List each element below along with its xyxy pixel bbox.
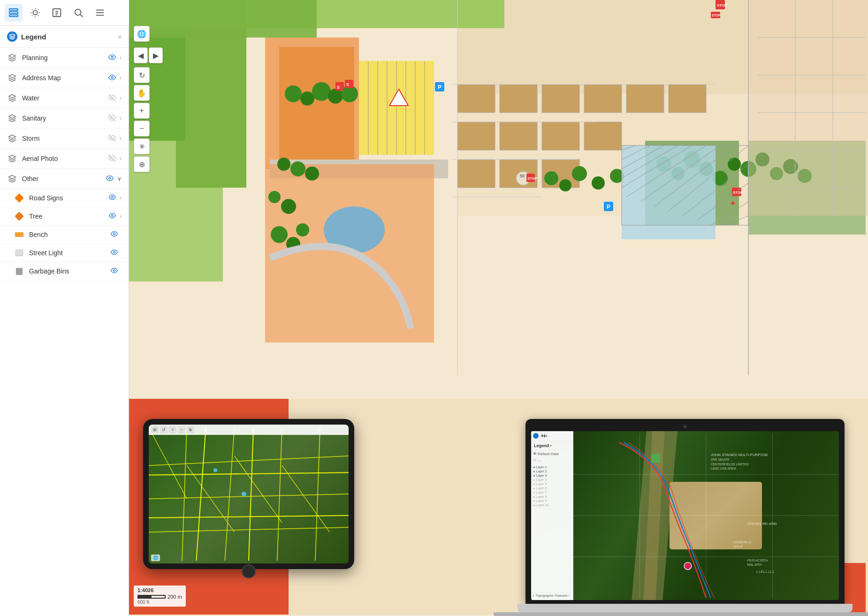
eye-icon-sanitary[interactable] [108,114,116,123]
layer-stack-icon-other [7,174,17,184]
arrow-icon-aerial[interactable]: › [120,155,122,162]
laptop-screen-container: JOHN STAINED MULTI-PURPOSE SRE MAJOR CEN… [525,419,845,604]
svg-text:STOP: STOP [717,3,727,8]
legend-icon [7,31,17,42]
svg-text:CENTERFIELDS LIMITED: CENTERFIELDS LIMITED [711,463,749,466]
svg-rect-67 [457,84,495,113]
arrow-icon-road-signs[interactable]: › [120,195,122,201]
layers-button[interactable] [5,4,23,22]
layer-stack-icon-2 [7,73,17,83]
layer-item-other[interactable]: Other ∨ [0,169,129,189]
layer-name-other: Other [22,175,106,183]
svg-point-22 [111,76,113,78]
tablet-home-button[interactable] [242,564,256,578]
eye-icon-bench[interactable] [111,230,118,239]
map-container: P S S STOP STOP 50 STOP P STOP [129,0,868,616]
laptop-aerial: JOHN STAINED MULTI-PURPOSE SRE MAJOR CEN… [531,431,839,600]
arrow-icon-planning[interactable]: › [120,54,122,61]
sublayer-item-tree[interactable]: Tree › [0,207,129,226]
svg-point-83 [559,179,571,191]
svg-text:JOHN STAINED MULTI-PURPOSE: JOHN STAINED MULTI-PURPOSE [711,453,768,457]
layer-name-water: Water [22,94,108,102]
svg-point-30 [114,233,115,235]
layer-item-storm[interactable]: Storm › [0,129,129,149]
layer-stack-icon-water [7,93,17,103]
zoom-in-button[interactable]: + [134,103,150,119]
laptop-layer-1: 👁Default Data [531,451,573,457]
svg-line-155 [277,427,282,561]
eye-icon-street-light[interactable] [111,249,118,257]
tablet-tool-1[interactable]: ⊞ [151,426,159,433]
eye-icon-tree[interactable] [109,212,116,221]
eye-icon-address-map[interactable] [108,74,116,83]
svg-point-85 [592,176,605,190]
layer-name-address-map: Address Map [22,74,108,82]
eye-icon-water[interactable] [108,94,116,103]
layer-item-planning[interactable]: Planning › [0,48,129,68]
scale-imperial: 600 ft [137,600,182,605]
svg-line-156 [315,427,320,561]
svg-point-28 [112,197,114,198]
sublayer-item-bench[interactable]: Bench [0,226,129,244]
svg-rect-42 [279,47,354,160]
svg-rect-69 [542,84,579,113]
sublayer-item-street-light[interactable]: Street Light [0,244,129,262]
tablet-tool-5[interactable]: ⊕ [187,426,194,433]
refresh-button[interactable]: ↻ [134,67,150,83]
svg-point-92 [728,158,741,171]
asterisk-button[interactable]: ✳ [134,138,150,154]
pan-button[interactable]: ✋ [134,85,150,101]
tablet-tool-2[interactable]: ↺ [160,426,168,433]
svg-point-29 [112,215,114,217]
tablet-tool-3[interactable]: + [169,426,176,433]
eye-icon-storm[interactable] [108,134,116,143]
svg-text:SRE MAJOR: SRE MAJOR [711,458,730,461]
svg-line-157 [149,427,187,499]
arrow-icon-water[interactable]: › [120,95,122,101]
arrow-icon-tree[interactable]: › [120,213,122,220]
toolbar [0,0,129,26]
svg-rect-73 [457,122,495,150]
forward-button[interactable]: ▶ [149,47,163,63]
layer-item-water[interactable]: Water › [0,88,129,108]
back-button[interactable]: ◀ [134,47,148,63]
eye-icon-road-signs[interactable] [109,194,116,202]
sublayer-item-garbage-bins[interactable]: Garbage Bins [0,262,129,281]
laptop-user-icon: 👤 [533,433,539,439]
arrow-icon-address-map[interactable]: › [120,75,122,81]
eye-icon-aerial[interactable] [108,154,116,163]
tablet-watermark: 🌐 [151,555,160,561]
light-button[interactable] [26,4,44,22]
arrow-icon-storm[interactable]: › [120,135,122,142]
svg-rect-77 [457,160,495,188]
svg-rect-68 [500,84,537,113]
sublayer-name-street-light: Street Light [29,249,111,257]
eye-icon-garbage-bins[interactable] [111,267,118,275]
arrow-icon-sanitary[interactable]: › [120,115,122,122]
svg-text:P: P [438,84,442,91]
map-controls: 🌐 ◀ ▶ ↻ ✋ + − ✳ ⊕ [134,26,163,172]
layer-item-address-map[interactable]: Address Map › [0,68,129,88]
svg-rect-2 [9,15,18,17]
svg-point-60 [305,167,319,181]
svg-rect-1 [9,12,18,14]
target-button[interactable]: ⊕ [134,156,150,172]
menu-button[interactable] [91,4,109,22]
zoom-out-button[interactable]: − [134,121,150,137]
svg-rect-70 [584,84,622,113]
svg-rect-0 [9,9,18,11]
eye-icon-other[interactable] [106,175,114,183]
legend-expand-icon[interactable]: » [118,33,122,40]
laptop-bottom-label: ✓ Topographic Features › [532,592,572,598]
arrow-icon-other[interactable]: ∨ [117,175,122,182]
tablet-tool-4[interactable]: − [178,426,185,433]
info-button[interactable] [48,4,66,22]
svg-line-162 [249,427,253,561]
globe-button[interactable]: 🌐 [134,26,150,42]
layer-item-aerial-photo[interactable]: Aerial Photo › [0,149,129,169]
sublayer-item-road-signs[interactable]: Road Signs › [0,189,129,207]
layer-item-sanitary[interactable]: Sanitary › [0,108,129,129]
search-button[interactable] [69,4,87,22]
svg-text:S: S [346,82,349,87]
eye-icon-planning[interactable] [108,53,116,62]
